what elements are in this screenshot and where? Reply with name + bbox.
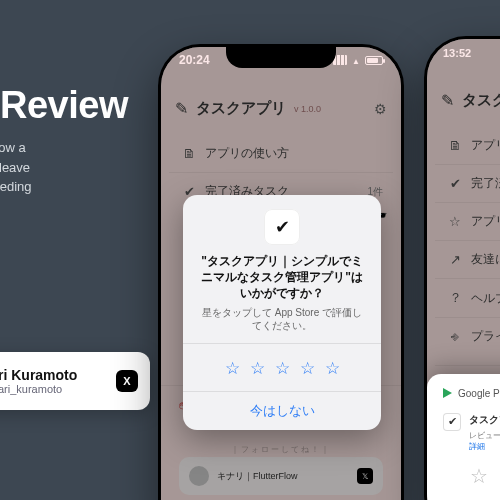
- settings-icon[interactable]: ⚙︎: [374, 101, 387, 117]
- android-review-sheet: Google Play ✔︎ タスクアプリ｜シンプル レビューはデベロッパーとた…: [427, 374, 500, 500]
- android-clock: 13:52: [443, 47, 471, 59]
- star-icon[interactable]: ☆: [250, 350, 265, 379]
- star-icon[interactable]: ☆: [275, 350, 290, 379]
- app-header: ✎ タスクアプリ ⚙︎: [427, 81, 500, 120]
- star-rating[interactable]: ☆ ☆ ☆ ☆ ☆: [183, 343, 381, 392]
- google-play-icon: [443, 388, 452, 398]
- menu-row[interactable]: ☆ アプリを評価する: [435, 202, 500, 240]
- sheet-description: レビューはデベロッパーとたのアカウント情報と 詳細: [469, 430, 500, 452]
- app-title: タスクアプリ: [462, 91, 500, 110]
- ios-notch: [226, 44, 336, 68]
- menu-label: 友達に紹介する: [471, 251, 500, 268]
- privacy-icon: ⎆: [445, 329, 465, 344]
- app-icon: ✔︎: [264, 209, 300, 245]
- battery-icon: [365, 56, 383, 65]
- ios-phone: 20:24 ✎ タスクアプリ v 1.0.0 ⚙︎ 🗎: [158, 44, 404, 500]
- more-link[interactable]: 詳細: [469, 442, 485, 451]
- star-icon[interactable]: ☆: [300, 350, 315, 379]
- menu-row[interactable]: ✔︎ 完了済みタスク: [435, 164, 500, 202]
- google-play-header: Google Play: [439, 386, 500, 409]
- menu-label: アプリの使い方: [205, 145, 383, 162]
- pencil-icon: ✎: [175, 99, 188, 118]
- android-phone: 13:52 ✎ タスクアプリ ⚙︎ 🗎 アプリの使い方 ✔︎ 完了済みタスク: [424, 36, 500, 500]
- app-header: ✎ タスクアプリ v 1.0.0 ⚙︎: [161, 89, 401, 128]
- wifi-icon: [352, 53, 360, 67]
- hero-description: n that lets you show a where users can l…: [0, 138, 130, 216]
- menu-row[interactable]: 🗎 アプリの使い方: [435, 127, 500, 164]
- app-title: タスクアプリ: [196, 99, 286, 118]
- author-card[interactable]: ri Kuramoto ari_kuramoto X: [0, 352, 150, 410]
- menu-label: アプリの使い方: [471, 137, 500, 154]
- star-rating[interactable]: ☆ ☆ ☆ ☆ ☆: [439, 452, 500, 494]
- app-icon: ✔︎: [443, 413, 461, 431]
- sheet-app-title: タスクアプリ｜シンプル: [469, 413, 500, 427]
- x-icon: X: [116, 370, 138, 392]
- follow-caption: ｜フォローしてね！｜: [161, 444, 401, 455]
- menu-label: アプリを評価する: [471, 213, 500, 230]
- star-icon[interactable]: ☆: [225, 350, 240, 379]
- star-icon: ☆: [445, 214, 465, 229]
- later-button[interactable]: 後で: [439, 494, 500, 500]
- avatar: [189, 466, 209, 486]
- app-version: v 1.0.0: [294, 104, 321, 114]
- share-icon: ↗: [445, 252, 465, 267]
- menu-label: 完了済みタスク: [471, 175, 500, 192]
- pencil-icon: ✎: [441, 91, 454, 110]
- document-icon: 🗎: [179, 146, 199, 161]
- menu-row[interactable]: ⎆ プライバシーポリシー: [435, 317, 500, 355]
- menu-row[interactable]: 🗎 アプリの使い方: [169, 135, 393, 172]
- menu-label: ヘルプと報告: [471, 290, 500, 307]
- ios-review-alert: ✔︎ "タスクアプリ｜シンプルでミニマルなタスク管理アプリ"はいかがですか？ 星…: [183, 195, 381, 430]
- store-name: Google Play: [458, 388, 500, 399]
- follow-name: キナリ｜FlutterFlow: [217, 470, 298, 483]
- help-icon: ？: [445, 289, 465, 307]
- author-name: ri Kuramoto: [0, 367, 106, 383]
- alert-title: "タスクアプリ｜シンプルでミニマルなタスク管理アプリ"はいかがですか？: [183, 253, 381, 302]
- document-icon: 🗎: [445, 138, 465, 153]
- star-icon[interactable]: ☆: [470, 464, 488, 488]
- menu-row[interactable]: ？ ヘルプと報告: [435, 278, 500, 317]
- ios-clock: 20:24: [179, 53, 210, 67]
- menu-row[interactable]: ↗ 友達に紹介する: [435, 240, 500, 278]
- star-icon[interactable]: ☆: [325, 350, 340, 379]
- check-icon: ✔︎: [445, 176, 465, 191]
- hero-title: Review: [0, 84, 128, 127]
- author-handle: ari_kuramoto: [0, 383, 106, 395]
- x-icon: 𝕏: [357, 468, 373, 484]
- follow-card[interactable]: キナリ｜FlutterFlow 𝕏: [179, 457, 383, 495]
- menu-label: プライバシーポリシー: [471, 328, 500, 345]
- not-now-button[interactable]: 今はしない: [183, 392, 381, 430]
- alert-subtitle: 星をタップして App Store で評価してください。: [183, 302, 381, 343]
